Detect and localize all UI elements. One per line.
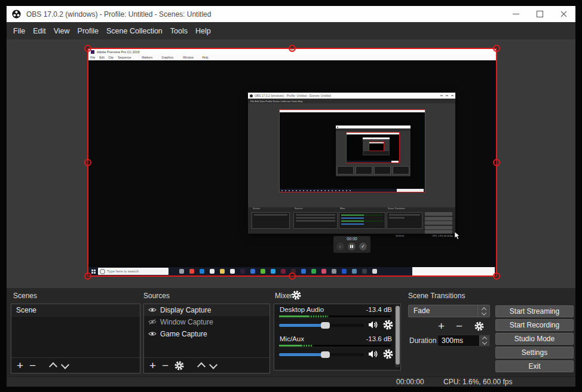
taskbar-app-icon xyxy=(179,269,184,274)
mini-transitions-box xyxy=(387,212,422,229)
resize-handle-se[interactable] xyxy=(493,272,500,280)
menu-bar: File Edit View Profile Scene Collection … xyxy=(7,22,575,39)
search-circle-icon xyxy=(100,269,105,274)
stop-check-button: ✓ xyxy=(359,243,367,250)
recursive-capture xyxy=(346,132,400,163)
start-streaming-button[interactable]: Start Streaming xyxy=(495,305,574,317)
resize-handle-ne[interactable] xyxy=(493,45,500,52)
sources-toolbar xyxy=(144,357,269,373)
source-row-game-capture[interactable]: Game Capture xyxy=(144,328,269,340)
scenes-header: Scenes xyxy=(13,292,37,300)
preview-area[interactable]: Adobe Premiere Pro CC 2015 File Edit Cli… xyxy=(7,39,575,288)
mixer-scrollbar[interactable] xyxy=(395,305,400,368)
mini-mixer-header: Mixer xyxy=(340,207,345,210)
status-bar: 00:00:00 CPU: 1.6%, 60.00 fps xyxy=(7,376,575,387)
taskbar-app-icon xyxy=(250,269,255,274)
status-rec-time: 00:00:00 xyxy=(396,378,424,386)
resize-handle-s[interactable] xyxy=(289,272,296,280)
display-capture-source[interactable]: Adobe Premiere Pro CC 2015 File Edit Cli… xyxy=(87,48,497,277)
taskbar-app-icon xyxy=(281,269,286,274)
captured-taskbar-small xyxy=(280,189,425,192)
resize-handle-w[interactable] xyxy=(84,159,91,166)
eye-slash-icon[interactable] xyxy=(148,318,157,326)
eye-icon[interactable] xyxy=(148,306,157,314)
speaker-icon[interactable] xyxy=(368,350,379,359)
mixer-panel: Desktop Audio -13.4 dB Mic/Aux xyxy=(274,304,401,370)
resize-handle-n[interactable] xyxy=(289,45,296,52)
captured-obs-capture xyxy=(279,109,425,192)
duration-value: 300ms xyxy=(442,335,463,346)
add-transition-button[interactable] xyxy=(438,320,445,332)
studio-mode-button[interactable]: Studio Mode xyxy=(495,333,574,345)
source-row-window-capture[interactable]: Window Capture xyxy=(144,316,269,328)
volume-slider[interactable] xyxy=(279,324,364,327)
channel-db: -13.4 dB xyxy=(366,306,392,313)
taskbar-app-icon xyxy=(271,269,275,274)
maximize-button[interactable] xyxy=(528,6,552,22)
screen: OBS 17.0.2 (windows) - Profile: Untitled… xyxy=(0,0,582,392)
mini-sources-box xyxy=(293,212,338,229)
obs-main-window: OBS 17.0.2 (windows) - Profile: Untitled… xyxy=(7,6,575,387)
scenes-toolbar xyxy=(11,357,140,373)
mixer-scrollbar-thumb[interactable] xyxy=(396,306,400,365)
menu-file[interactable]: File xyxy=(10,27,29,35)
transition-properties-gear-icon[interactable] xyxy=(474,320,484,332)
source-properties-gear-icon[interactable] xyxy=(174,361,184,370)
duration-input[interactable]: 300ms xyxy=(437,335,490,347)
mini-status-bar: 00:00:00 CPU: 1.6%, 60.00 fps xyxy=(385,229,453,234)
transition-selected-value: Fade xyxy=(413,305,430,317)
source-down-button[interactable] xyxy=(209,360,218,369)
mini-mixer-box xyxy=(339,212,385,229)
taskbar-app-icon xyxy=(372,269,377,274)
remove-source-button[interactable] xyxy=(162,358,169,373)
taskbar-app-icon xyxy=(311,269,316,274)
transition-select-spinner[interactable] xyxy=(477,305,489,317)
scene-down-button[interactable] xyxy=(61,360,69,369)
channel-gear-icon[interactable] xyxy=(383,320,393,332)
source-row-display-capture[interactable]: Display Capture xyxy=(144,304,269,316)
captured-menu-item: Sequence xyxy=(116,56,131,59)
volume-slider-handle[interactable] xyxy=(321,322,330,329)
remove-transition-button[interactable] xyxy=(456,320,462,332)
channel-gear-icon[interactable] xyxy=(383,349,393,362)
obs-logo-icon xyxy=(12,10,21,19)
scene-list-item[interactable]: Scene xyxy=(11,304,140,317)
speaker-icon[interactable] xyxy=(368,320,379,329)
remove-scene-button[interactable] xyxy=(29,358,36,373)
minimize-button[interactable] xyxy=(504,6,528,22)
title-bar: OBS 17.0.2 (windows) - Profile: Untitled… xyxy=(7,6,575,22)
captured-obs-title: OBS 17.0.2 (windows) - Profile: Untitled… xyxy=(255,94,331,97)
eye-icon[interactable] xyxy=(148,330,157,338)
source-up-button[interactable] xyxy=(197,362,206,370)
resize-handle-sw[interactable] xyxy=(84,272,91,280)
menu-tools[interactable]: Tools xyxy=(167,27,191,35)
add-scene-button[interactable] xyxy=(17,358,23,373)
mixer-gear-icon[interactable] xyxy=(292,290,301,302)
close-button[interactable] xyxy=(552,6,575,22)
resize-handle-e[interactable] xyxy=(493,159,500,166)
recursive-obs-window-4 xyxy=(363,137,390,155)
recursive-body xyxy=(336,131,411,176)
transition-select[interactable]: Fade xyxy=(408,305,490,317)
menu-edit[interactable]: Edit xyxy=(29,27,50,35)
menu-help[interactable]: Help xyxy=(192,27,215,35)
scene-up-button[interactable] xyxy=(49,362,57,370)
channel-name: Mic/Aux xyxy=(280,335,304,342)
menu-scene-collection[interactable]: Scene Collection xyxy=(103,27,166,35)
volume-slider[interactable] xyxy=(279,353,364,356)
status-cpu-fps: CPU: 1.6%, 60.00 fps xyxy=(443,378,512,386)
recursive-docks xyxy=(337,166,409,174)
menu-view[interactable]: View xyxy=(50,27,73,35)
exit-button[interactable]: Exit xyxy=(495,360,574,372)
settings-button[interactable]: Settings xyxy=(495,347,574,359)
start-recording-button[interactable]: Start Recording xyxy=(495,319,574,331)
captured-menu-item: File xyxy=(88,56,95,59)
duration-spinner[interactable] xyxy=(479,335,489,346)
volume-slider-handle[interactable] xyxy=(321,351,330,358)
add-source-button[interactable] xyxy=(149,358,156,373)
captured-app-title: Adobe Premiere Pro CC 2015 xyxy=(97,50,140,54)
resize-handle-nw[interactable] xyxy=(84,45,91,52)
mini-scenes-header: Scenes xyxy=(253,207,260,210)
pause-button xyxy=(348,243,356,250)
menu-profile[interactable]: Profile xyxy=(74,27,102,35)
